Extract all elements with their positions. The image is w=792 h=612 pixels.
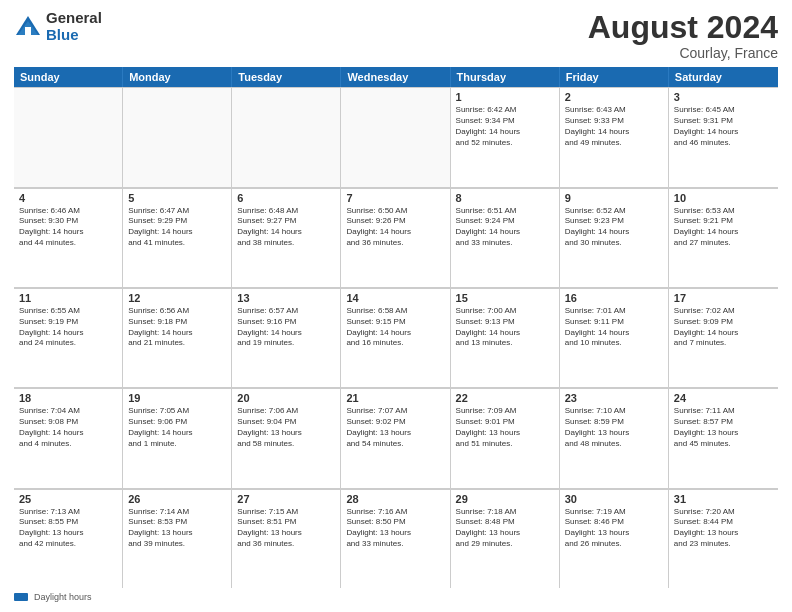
title-block: August 2024 Courlay, France [588, 10, 778, 61]
day-number: 27 [237, 493, 335, 505]
day-number: 14 [346, 292, 444, 304]
header-cell-monday: Monday [123, 67, 232, 87]
day-number: 8 [456, 192, 554, 204]
calendar-week-4: 18Sunrise: 7:04 AM Sunset: 9:08 PM Dayli… [14, 388, 778, 488]
day-number: 20 [237, 392, 335, 404]
day-number: 11 [19, 292, 117, 304]
cell-info: Sunrise: 7:06 AM Sunset: 9:04 PM Dayligh… [237, 406, 335, 449]
calendar-cell: 15Sunrise: 7:00 AM Sunset: 9:13 PM Dayli… [451, 288, 560, 387]
day-number: 30 [565, 493, 663, 505]
cell-info: Sunrise: 6:52 AM Sunset: 9:23 PM Dayligh… [565, 206, 663, 249]
day-number: 5 [128, 192, 226, 204]
calendar-cell: 9Sunrise: 6:52 AM Sunset: 9:23 PM Daylig… [560, 188, 669, 287]
calendar-cell: 2Sunrise: 6:43 AM Sunset: 9:33 PM Daylig… [560, 87, 669, 186]
logo-text: General Blue [46, 10, 102, 43]
cell-info: Sunrise: 7:20 AM Sunset: 8:44 PM Dayligh… [674, 507, 773, 550]
cell-info: Sunrise: 7:09 AM Sunset: 9:01 PM Dayligh… [456, 406, 554, 449]
cell-info: Sunrise: 7:00 AM Sunset: 9:13 PM Dayligh… [456, 306, 554, 349]
title-location: Courlay, France [588, 45, 778, 61]
day-number: 9 [565, 192, 663, 204]
calendar-body: 1Sunrise: 6:42 AM Sunset: 9:34 PM Daylig… [14, 87, 778, 588]
calendar-cell: 8Sunrise: 6:51 AM Sunset: 9:24 PM Daylig… [451, 188, 560, 287]
page: General Blue August 2024 Courlay, France… [0, 0, 792, 612]
cell-info: Sunrise: 6:46 AM Sunset: 9:30 PM Dayligh… [19, 206, 117, 249]
day-number: 6 [237, 192, 335, 204]
calendar-week-3: 11Sunrise: 6:55 AM Sunset: 9:19 PM Dayli… [14, 288, 778, 388]
day-number: 12 [128, 292, 226, 304]
legend: Daylight hours [14, 592, 778, 602]
header-cell-sunday: Sunday [14, 67, 123, 87]
calendar-cell [14, 87, 123, 186]
day-number: 18 [19, 392, 117, 404]
cell-info: Sunrise: 7:16 AM Sunset: 8:50 PM Dayligh… [346, 507, 444, 550]
calendar-cell: 23Sunrise: 7:10 AM Sunset: 8:59 PM Dayli… [560, 388, 669, 487]
calendar-cell: 31Sunrise: 7:20 AM Sunset: 8:44 PM Dayli… [669, 489, 778, 588]
calendar-cell: 4Sunrise: 6:46 AM Sunset: 9:30 PM Daylig… [14, 188, 123, 287]
calendar-cell: 27Sunrise: 7:15 AM Sunset: 8:51 PM Dayli… [232, 489, 341, 588]
day-number: 26 [128, 493, 226, 505]
header-cell-tuesday: Tuesday [232, 67, 341, 87]
cell-info: Sunrise: 6:55 AM Sunset: 9:19 PM Dayligh… [19, 306, 117, 349]
day-number: 19 [128, 392, 226, 404]
cell-info: Sunrise: 6:53 AM Sunset: 9:21 PM Dayligh… [674, 206, 773, 249]
calendar: SundayMondayTuesdayWednesdayThursdayFrid… [14, 67, 778, 588]
day-number: 24 [674, 392, 773, 404]
calendar-cell: 6Sunrise: 6:48 AM Sunset: 9:27 PM Daylig… [232, 188, 341, 287]
calendar-week-5: 25Sunrise: 7:13 AM Sunset: 8:55 PM Dayli… [14, 489, 778, 588]
cell-info: Sunrise: 6:47 AM Sunset: 9:29 PM Dayligh… [128, 206, 226, 249]
calendar-cell: 22Sunrise: 7:09 AM Sunset: 9:01 PM Dayli… [451, 388, 560, 487]
cell-info: Sunrise: 7:11 AM Sunset: 8:57 PM Dayligh… [674, 406, 773, 449]
cell-info: Sunrise: 7:19 AM Sunset: 8:46 PM Dayligh… [565, 507, 663, 550]
day-number: 29 [456, 493, 554, 505]
cell-info: Sunrise: 6:45 AM Sunset: 9:31 PM Dayligh… [674, 105, 773, 148]
calendar-cell: 21Sunrise: 7:07 AM Sunset: 9:02 PM Dayli… [341, 388, 450, 487]
day-number: 4 [19, 192, 117, 204]
legend-label: Daylight hours [34, 592, 92, 602]
cell-info: Sunrise: 6:50 AM Sunset: 9:26 PM Dayligh… [346, 206, 444, 249]
day-number: 17 [674, 292, 773, 304]
calendar-cell: 12Sunrise: 6:56 AM Sunset: 9:18 PM Dayli… [123, 288, 232, 387]
cell-info: Sunrise: 6:48 AM Sunset: 9:27 PM Dayligh… [237, 206, 335, 249]
cell-info: Sunrise: 7:07 AM Sunset: 9:02 PM Dayligh… [346, 406, 444, 449]
cell-info: Sunrise: 7:05 AM Sunset: 9:06 PM Dayligh… [128, 406, 226, 449]
calendar-cell: 16Sunrise: 7:01 AM Sunset: 9:11 PM Dayli… [560, 288, 669, 387]
day-number: 16 [565, 292, 663, 304]
logo-blue-text: Blue [46, 27, 102, 44]
day-number: 31 [674, 493, 773, 505]
cell-info: Sunrise: 7:14 AM Sunset: 8:53 PM Dayligh… [128, 507, 226, 550]
calendar-cell: 28Sunrise: 7:16 AM Sunset: 8:50 PM Dayli… [341, 489, 450, 588]
calendar-cell: 20Sunrise: 7:06 AM Sunset: 9:04 PM Dayli… [232, 388, 341, 487]
header-cell-friday: Friday [560, 67, 669, 87]
cell-info: Sunrise: 6:57 AM Sunset: 9:16 PM Dayligh… [237, 306, 335, 349]
header-cell-thursday: Thursday [451, 67, 560, 87]
header-cell-saturday: Saturday [669, 67, 778, 87]
calendar-header: SundayMondayTuesdayWednesdayThursdayFrid… [14, 67, 778, 87]
day-number: 7 [346, 192, 444, 204]
cell-info: Sunrise: 6:56 AM Sunset: 9:18 PM Dayligh… [128, 306, 226, 349]
calendar-cell: 26Sunrise: 7:14 AM Sunset: 8:53 PM Dayli… [123, 489, 232, 588]
cell-info: Sunrise: 6:43 AM Sunset: 9:33 PM Dayligh… [565, 105, 663, 148]
calendar-cell [341, 87, 450, 186]
calendar-week-2: 4Sunrise: 6:46 AM Sunset: 9:30 PM Daylig… [14, 188, 778, 288]
calendar-cell [123, 87, 232, 186]
cell-info: Sunrise: 6:58 AM Sunset: 9:15 PM Dayligh… [346, 306, 444, 349]
logo: General Blue [14, 10, 102, 43]
calendar-cell: 14Sunrise: 6:58 AM Sunset: 9:15 PM Dayli… [341, 288, 450, 387]
calendar-cell [232, 87, 341, 186]
day-number: 13 [237, 292, 335, 304]
day-number: 2 [565, 91, 663, 103]
header: General Blue August 2024 Courlay, France [14, 10, 778, 61]
calendar-cell: 5Sunrise: 6:47 AM Sunset: 9:29 PM Daylig… [123, 188, 232, 287]
cell-info: Sunrise: 7:01 AM Sunset: 9:11 PM Dayligh… [565, 306, 663, 349]
legend-bar-icon [14, 593, 28, 601]
cell-info: Sunrise: 6:42 AM Sunset: 9:34 PM Dayligh… [456, 105, 554, 148]
calendar-cell: 29Sunrise: 7:18 AM Sunset: 8:48 PM Dayli… [451, 489, 560, 588]
cell-info: Sunrise: 7:10 AM Sunset: 8:59 PM Dayligh… [565, 406, 663, 449]
logo-general-text: General [46, 10, 102, 27]
calendar-cell: 7Sunrise: 6:50 AM Sunset: 9:26 PM Daylig… [341, 188, 450, 287]
day-number: 28 [346, 493, 444, 505]
calendar-week-1: 1Sunrise: 6:42 AM Sunset: 9:34 PM Daylig… [14, 87, 778, 187]
logo-icon [14, 13, 42, 41]
cell-info: Sunrise: 7:13 AM Sunset: 8:55 PM Dayligh… [19, 507, 117, 550]
header-cell-wednesday: Wednesday [341, 67, 450, 87]
